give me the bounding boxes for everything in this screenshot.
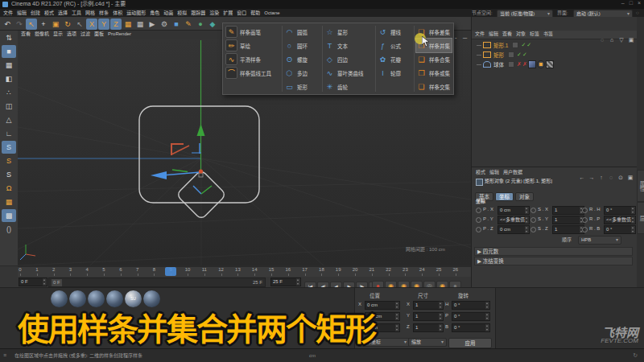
menu-item-flower[interactable]: ✿花瓣 <box>378 52 415 66</box>
grid-snap-icon[interactable]: ▩ <box>2 209 16 222</box>
range-start-handle[interactable]: 0 F <box>52 279 62 286</box>
snap-enable-icon[interactable]: S <box>2 141 16 154</box>
enabled-check-icon[interactable]: ✓ <box>522 51 527 58</box>
menu-item-渲染[interactable]: 渲染 <box>209 10 219 17</box>
origin-point[interactable] <box>199 169 203 173</box>
menu-item-spline-smooth[interactable]: ∿平滑样条 <box>225 52 283 66</box>
field-spinner[interactable] <box>631 226 635 233</box>
menu-item-创建[interactable]: 创建 <box>31 10 40 17</box>
axis-mode-icon[interactable]: ∟ <box>2 127 16 140</box>
field-SY[interactable]: 1 <box>552 216 584 224</box>
x-axis-lock-icon[interactable]: X <box>86 19 97 30</box>
menu-item-rectangle[interactable]: ▭矩形 <box>284 80 324 93</box>
om-menu-书签[interactable]: 书签 <box>543 31 553 38</box>
menu-item-formula[interactable]: ƒ公式 <box>378 39 415 52</box>
menu-item-扩展[interactable]: 扩展 <box>223 10 233 17</box>
menu-item-spline-and[interactable]: ❑样条合集 <box>416 52 452 66</box>
layer-dot[interactable] <box>508 61 514 68</box>
undo-icon[interactable]: ↶ <box>2 19 13 30</box>
field-PX[interactable]: 0 cm <box>497 206 530 215</box>
menu-item-帮助[interactable]: 帮助 <box>250 10 260 17</box>
search-icon[interactable]: ◌ <box>607 175 615 180</box>
hidden-dot-icon[interactable]: ✗ <box>522 61 527 68</box>
menu-item-网格[interactable]: 网格 <box>85 10 95 17</box>
enabled-check-icon[interactable]: ✓ <box>517 51 522 58</box>
model-mode-icon[interactable]: ■ <box>2 45 16 58</box>
menu-item-spline-or[interactable]: ❒样条或集 <box>416 66 452 80</box>
phong-tag-icon[interactable] <box>546 60 554 68</box>
scale-tool-icon[interactable]: ▣ <box>50 19 61 30</box>
order-dropdown[interactable]: HPB <box>578 236 621 245</box>
om-menu-对象[interactable]: 对象 <box>516 31 526 38</box>
lock-icon[interactable]: ⊙ <box>617 175 625 181</box>
menu-item-spline-pen[interactable]: ✎样条画笔 <box>225 25 283 39</box>
y-axis-lock-icon[interactable]: Y <box>98 19 109 30</box>
om-menu-查看[interactable]: 查看 <box>502 31 512 38</box>
menu-item-动画[interactable]: 动画 <box>163 10 173 17</box>
layer-dot[interactable] <box>512 42 518 48</box>
snap-2d-icon[interactable]: S <box>2 168 16 181</box>
keyframe-dot[interactable] <box>582 208 588 213</box>
keyframe-dot[interactable] <box>476 208 481 213</box>
field-SX[interactable]: 1 <box>552 206 584 215</box>
menu-item-窗口[interactable]: 窗口 <box>237 10 246 17</box>
render-to-picture-icon[interactable]: ▶ <box>147 19 158 30</box>
collapsed-section-1[interactable]: ▶ 四元数 <box>474 247 633 256</box>
tab-对象[interactable]: 对象 <box>515 192 534 201</box>
keyframe-dot[interactable] <box>530 208 536 213</box>
viewport-menu-过滤[interactable]: 过滤 <box>80 31 90 38</box>
keyframe-dot[interactable] <box>582 227 588 232</box>
field-spinner[interactable] <box>525 226 529 233</box>
render-view-icon[interactable]: ▦ <box>134 19 146 30</box>
om-menu-标签[interactable]: 标签 <box>530 31 539 38</box>
range-end-handle[interactable]: 25 F <box>253 279 262 286</box>
menu-item-模式[interactable]: 模式 <box>44 10 54 17</box>
field-RP[interactable]: <<多重数值>> <box>604 216 636 224</box>
field-PY[interactable]: <<多重数值>> <box>497 216 530 224</box>
om-menu-文件[interactable]: 文件 <box>475 31 485 38</box>
field-spinner[interactable] <box>631 207 635 214</box>
menu-item-cogwheel[interactable]: ✳齿轮 <box>324 80 377 93</box>
am-menu-模式[interactable]: 模式 <box>476 169 485 176</box>
texture-mode-icon[interactable]: ▦ <box>2 59 16 72</box>
panel-icon[interactable]: ▣ <box>626 175 634 181</box>
keyframe-dot[interactable] <box>476 227 481 232</box>
object-name[interactable]: 球体 <box>493 60 504 68</box>
field-RB[interactable]: 0 ° <box>604 225 636 234</box>
coordinate-system-icon[interactable]: ▦ <box>122 19 134 30</box>
rotate-tool-icon[interactable]: ↻ <box>62 19 73 30</box>
timeline-ruler[interactable]: 0123456789101112131415161718192021222324… <box>18 266 471 278</box>
redo-icon[interactable]: ↷ <box>14 19 25 30</box>
menu-item-运动图形[interactable]: 运动图形 <box>126 10 146 17</box>
side-tab-层[interactable]: 层 <box>637 202 644 234</box>
polygon-mode-icon[interactable]: △ <box>2 113 16 126</box>
keyframe-dot[interactable] <box>530 227 536 232</box>
om-menu-编辑[interactable]: 编辑 <box>489 31 498 38</box>
subdivision-surface-icon[interactable]: ● <box>195 19 206 30</box>
menu-item-nside[interactable]: ⬡多边 <box>284 66 324 80</box>
enabled-check-icon[interactable]: ✓ <box>521 42 526 48</box>
field-spinner[interactable] <box>525 216 529 224</box>
move-tool-icon[interactable]: + <box>38 19 49 30</box>
close-button[interactable]: × <box>638 0 641 6</box>
brackets-icon[interactable]: () <box>2 223 16 236</box>
menu-item-模拟[interactable]: 模拟 <box>177 10 187 17</box>
edge-mode-icon[interactable]: ◫ <box>2 100 16 113</box>
hidden-dot-icon[interactable]: ✗ <box>517 61 522 68</box>
menu-item-工具[interactable]: 工具 <box>72 10 81 17</box>
maximize-button[interactable]: □ <box>630 0 633 6</box>
menu-item-text[interactable]: T文本 <box>324 39 377 52</box>
collapsed-section-2[interactable]: ▶ 冻结变换 <box>474 257 633 265</box>
field-spinner[interactable] <box>485 313 489 320</box>
field-spinner[interactable] <box>631 216 635 224</box>
object-row[interactable]: 矩形.1✓✓ <box>472 40 637 50</box>
field-spinner[interactable] <box>485 324 489 331</box>
viewport-menu-摄像机[interactable]: 摄像机 <box>35 31 49 38</box>
texture-tag-icon[interactable] <box>528 60 536 68</box>
array-icon[interactable]: ◆ <box>207 19 218 30</box>
keyframe-dot[interactable] <box>476 217 481 223</box>
object-row[interactable]: 矩形✓✓ <box>472 50 637 60</box>
object-name[interactable]: 矩形 <box>493 51 504 59</box>
minimize-button[interactable]: – <box>621 0 625 6</box>
menu-item-样条[interactable]: 样条 <box>99 10 109 17</box>
